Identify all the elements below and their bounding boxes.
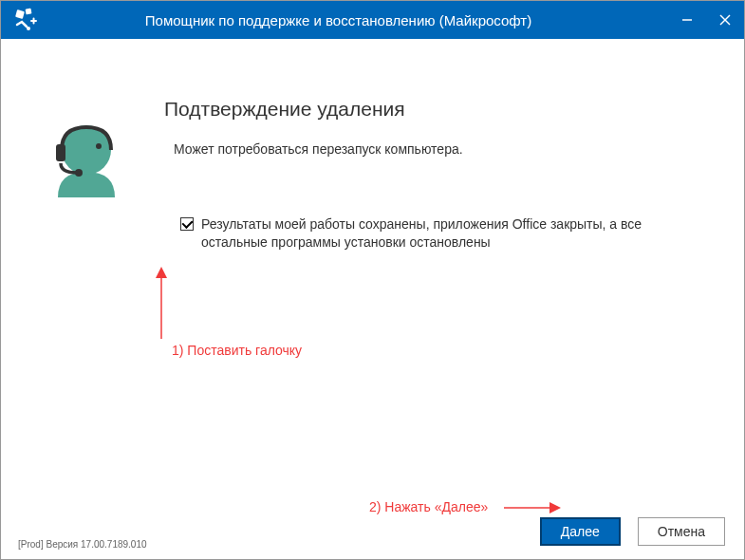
- svg-point-2: [27, 27, 30, 30]
- confirm-checkbox[interactable]: [180, 217, 194, 231]
- confirm-checkbox-row: Результаты моей работы сохранены, прилож…: [180, 215, 716, 252]
- minimize-button[interactable]: [668, 1, 706, 39]
- footer-buttons: Далее Отмена: [540, 517, 725, 546]
- svg-point-9: [75, 169, 83, 177]
- content-area: Подтверждение удаления Может потребовать…: [1, 39, 744, 502]
- window-controls: [668, 1, 744, 39]
- close-button[interactable]: [706, 1, 744, 39]
- svg-rect-1: [26, 9, 32, 15]
- next-button[interactable]: Далее: [540, 517, 621, 546]
- footer: [Prod] Версия 17.00.7189.010 Далее Отмен…: [1, 502, 744, 559]
- headset-person-icon: [48, 120, 126, 209]
- version-label: [Prod] Версия 17.00.7189.010: [18, 539, 147, 550]
- window-title: Помощник по поддержке и восстановлению (…: [47, 12, 668, 28]
- page-subtext: Может потребоваться перезапуск компьютер…: [174, 141, 716, 157]
- confirm-checkbox-label: Результаты моей работы сохранены, прилож…: [201, 215, 687, 252]
- titlebar: Помощник по поддержке и восстановлению (…: [1, 1, 744, 39]
- svg-rect-0: [15, 9, 25, 19]
- app-icon: [12, 7, 39, 33]
- svg-rect-8: [56, 144, 65, 161]
- page-title: Подтверждение удаления: [164, 98, 716, 121]
- window: Помощник по поддержке и восстановлению (…: [0, 0, 745, 560]
- cancel-button[interactable]: Отмена: [638, 517, 725, 546]
- annotation-text-1: 1) Поставить галочку: [172, 343, 302, 358]
- svg-point-7: [96, 143, 102, 149]
- annotation-arrow-1: [155, 267, 168, 341]
